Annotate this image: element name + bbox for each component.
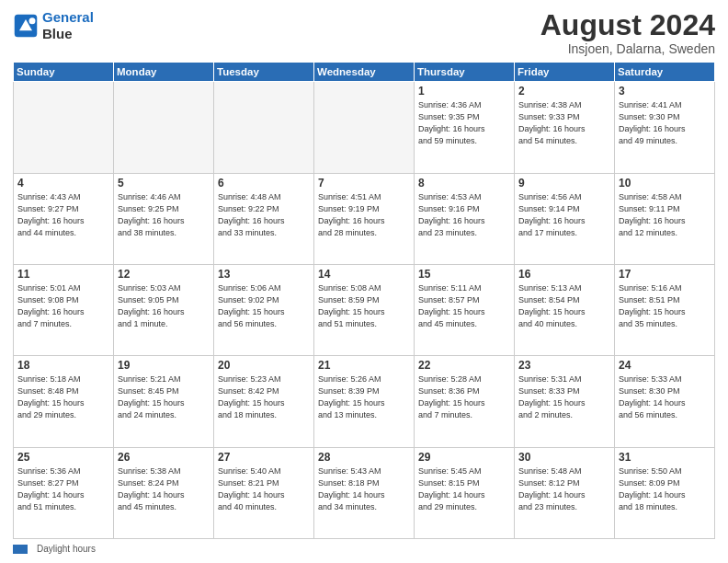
calendar-cell: 16Sunrise: 5:13 AM Sunset: 8:54 PM Dayli… bbox=[515, 264, 615, 355]
day-info: Sunrise: 5:06 AM Sunset: 9:02 PM Dayligh… bbox=[218, 282, 310, 330]
day-number: 19 bbox=[118, 359, 210, 372]
calendar-cell: 20Sunrise: 5:23 AM Sunset: 8:42 PM Dayli… bbox=[214, 356, 314, 447]
calendar-cell: 29Sunrise: 5:45 AM Sunset: 8:15 PM Dayli… bbox=[415, 447, 515, 538]
legend-label: Daylight hours bbox=[37, 544, 96, 554]
day-number: 14 bbox=[318, 268, 410, 281]
day-info: Sunrise: 4:41 AM Sunset: 9:30 PM Dayligh… bbox=[619, 99, 711, 147]
calendar-day-header: Tuesday bbox=[214, 63, 314, 82]
day-info: Sunrise: 4:51 AM Sunset: 9:19 PM Dayligh… bbox=[318, 191, 410, 239]
day-info: Sunrise: 4:53 AM Sunset: 9:16 PM Dayligh… bbox=[418, 191, 510, 239]
day-info: Sunrise: 5:16 AM Sunset: 8:51 PM Dayligh… bbox=[619, 282, 711, 330]
calendar-cell: 17Sunrise: 5:16 AM Sunset: 8:51 PM Dayli… bbox=[615, 264, 715, 355]
calendar-week-row: 11Sunrise: 5:01 AM Sunset: 9:08 PM Dayli… bbox=[14, 264, 715, 355]
calendar-cell: 24Sunrise: 5:33 AM Sunset: 8:30 PM Dayli… bbox=[615, 356, 715, 447]
calendar-cell: 4Sunrise: 4:43 AM Sunset: 9:27 PM Daylig… bbox=[14, 173, 114, 264]
calendar-cell: 14Sunrise: 5:08 AM Sunset: 8:59 PM Dayli… bbox=[314, 264, 415, 355]
calendar-cell: 26Sunrise: 5:38 AM Sunset: 8:24 PM Dayli… bbox=[114, 447, 214, 538]
day-number: 12 bbox=[118, 268, 210, 281]
day-info: Sunrise: 5:03 AM Sunset: 9:05 PM Dayligh… bbox=[118, 282, 210, 330]
day-number: 18 bbox=[17, 359, 109, 372]
day-number: 15 bbox=[418, 268, 510, 281]
calendar-cell: 22Sunrise: 5:28 AM Sunset: 8:36 PM Dayli… bbox=[415, 356, 515, 447]
calendar-cell: 2Sunrise: 4:38 AM Sunset: 9:33 PM Daylig… bbox=[515, 82, 615, 173]
calendar-day-header: Saturday bbox=[615, 63, 715, 82]
day-number: 7 bbox=[318, 177, 410, 190]
day-info: Sunrise: 4:43 AM Sunset: 9:27 PM Dayligh… bbox=[17, 191, 109, 239]
calendar-day-header: Friday bbox=[515, 63, 615, 82]
day-info: Sunrise: 5:26 AM Sunset: 8:39 PM Dayligh… bbox=[318, 373, 410, 421]
day-number: 9 bbox=[518, 177, 610, 190]
calendar-cell: 25Sunrise: 5:36 AM Sunset: 8:27 PM Dayli… bbox=[14, 447, 114, 538]
day-info: Sunrise: 5:38 AM Sunset: 8:24 PM Dayligh… bbox=[118, 465, 210, 513]
calendar-cell: 8Sunrise: 4:53 AM Sunset: 9:16 PM Daylig… bbox=[415, 173, 515, 264]
day-info: Sunrise: 4:46 AM Sunset: 9:25 PM Dayligh… bbox=[118, 191, 210, 239]
calendar-cell: 12Sunrise: 5:03 AM Sunset: 9:05 PM Dayli… bbox=[114, 264, 214, 355]
day-number: 31 bbox=[619, 451, 711, 464]
calendar-week-row: 4Sunrise: 4:43 AM Sunset: 9:27 PM Daylig… bbox=[14, 173, 715, 264]
day-number: 20 bbox=[218, 359, 310, 372]
logo-text: General Blue bbox=[42, 9, 94, 42]
legend-box bbox=[13, 545, 28, 554]
day-number: 3 bbox=[619, 85, 711, 98]
calendar-cell: 19Sunrise: 5:21 AM Sunset: 8:45 PM Dayli… bbox=[114, 356, 214, 447]
calendar-cell: 9Sunrise: 4:56 AM Sunset: 9:14 PM Daylig… bbox=[515, 173, 615, 264]
page: General Blue August 2024 Insjoen, Dalarn… bbox=[0, 0, 728, 563]
day-info: Sunrise: 4:36 AM Sunset: 9:35 PM Dayligh… bbox=[418, 99, 510, 147]
day-number: 23 bbox=[518, 359, 610, 372]
calendar-week-row: 18Sunrise: 5:18 AM Sunset: 8:48 PM Dayli… bbox=[14, 356, 715, 447]
calendar-cell: 21Sunrise: 5:26 AM Sunset: 8:39 PM Dayli… bbox=[314, 356, 415, 447]
day-number: 26 bbox=[118, 451, 210, 464]
day-number: 5 bbox=[118, 177, 210, 190]
day-info: Sunrise: 5:11 AM Sunset: 8:57 PM Dayligh… bbox=[418, 282, 510, 330]
calendar-cell: 31Sunrise: 5:50 AM Sunset: 8:09 PM Dayli… bbox=[615, 447, 715, 538]
day-number: 29 bbox=[418, 451, 510, 464]
day-number: 1 bbox=[418, 85, 510, 98]
day-info: Sunrise: 5:40 AM Sunset: 8:21 PM Dayligh… bbox=[218, 465, 310, 513]
calendar-cell bbox=[314, 82, 415, 173]
header: General Blue August 2024 Insjoen, Dalarn… bbox=[13, 9, 715, 56]
day-info: Sunrise: 5:45 AM Sunset: 8:15 PM Dayligh… bbox=[418, 465, 510, 513]
calendar-cell: 23Sunrise: 5:31 AM Sunset: 8:33 PM Dayli… bbox=[515, 356, 615, 447]
day-info: Sunrise: 5:01 AM Sunset: 9:08 PM Dayligh… bbox=[17, 282, 109, 330]
calendar-day-header: Monday bbox=[114, 63, 214, 82]
calendar-table: SundayMondayTuesdayWednesdayThursdayFrid… bbox=[13, 62, 715, 539]
calendar-week-row: 25Sunrise: 5:36 AM Sunset: 8:27 PM Dayli… bbox=[14, 447, 715, 538]
day-number: 2 bbox=[518, 85, 610, 98]
day-info: Sunrise: 5:21 AM Sunset: 8:45 PM Dayligh… bbox=[118, 373, 210, 421]
day-number: 8 bbox=[418, 177, 510, 190]
calendar-cell: 30Sunrise: 5:48 AM Sunset: 8:12 PM Dayli… bbox=[515, 447, 615, 538]
day-number: 6 bbox=[218, 177, 310, 190]
calendar-cell bbox=[114, 82, 214, 173]
calendar-cell: 28Sunrise: 5:43 AM Sunset: 8:18 PM Dayli… bbox=[314, 447, 415, 538]
day-info: Sunrise: 5:48 AM Sunset: 8:12 PM Dayligh… bbox=[518, 465, 610, 513]
day-info: Sunrise: 5:23 AM Sunset: 8:42 PM Dayligh… bbox=[218, 373, 310, 421]
day-info: Sunrise: 5:43 AM Sunset: 8:18 PM Dayligh… bbox=[318, 465, 410, 513]
calendar-cell bbox=[14, 82, 114, 173]
calendar-day-header: Thursday bbox=[415, 63, 515, 82]
calendar-cell: 13Sunrise: 5:06 AM Sunset: 9:02 PM Dayli… bbox=[214, 264, 314, 355]
calendar-cell: 15Sunrise: 5:11 AM Sunset: 8:57 PM Dayli… bbox=[415, 264, 515, 355]
day-info: Sunrise: 4:56 AM Sunset: 9:14 PM Dayligh… bbox=[518, 191, 610, 239]
calendar-header-row: SundayMondayTuesdayWednesdayThursdayFrid… bbox=[14, 63, 715, 82]
day-info: Sunrise: 5:13 AM Sunset: 8:54 PM Dayligh… bbox=[518, 282, 610, 330]
calendar-week-row: 1Sunrise: 4:36 AM Sunset: 9:35 PM Daylig… bbox=[14, 82, 715, 173]
day-number: 17 bbox=[619, 268, 711, 281]
title-block: August 2024 Insjoen, Dalarna, Sweden bbox=[540, 9, 715, 56]
day-number: 24 bbox=[619, 359, 711, 372]
footer: Daylight hours bbox=[13, 544, 715, 554]
calendar-day-header: Sunday bbox=[14, 63, 114, 82]
day-number: 28 bbox=[318, 451, 410, 464]
calendar-cell: 5Sunrise: 4:46 AM Sunset: 9:25 PM Daylig… bbox=[114, 173, 214, 264]
day-info: Sunrise: 5:28 AM Sunset: 8:36 PM Dayligh… bbox=[418, 373, 510, 421]
day-info: Sunrise: 5:31 AM Sunset: 8:33 PM Dayligh… bbox=[518, 373, 610, 421]
day-info: Sunrise: 5:08 AM Sunset: 8:59 PM Dayligh… bbox=[318, 282, 410, 330]
day-number: 4 bbox=[17, 177, 109, 190]
day-number: 11 bbox=[17, 268, 109, 281]
calendar-cell: 27Sunrise: 5:40 AM Sunset: 8:21 PM Dayli… bbox=[214, 447, 314, 538]
day-info: Sunrise: 5:18 AM Sunset: 8:48 PM Dayligh… bbox=[17, 373, 109, 421]
day-number: 16 bbox=[518, 268, 610, 281]
calendar-cell: 6Sunrise: 4:48 AM Sunset: 9:22 PM Daylig… bbox=[214, 173, 314, 264]
day-info: Sunrise: 4:58 AM Sunset: 9:11 PM Dayligh… bbox=[619, 191, 711, 239]
day-info: Sunrise: 5:33 AM Sunset: 8:30 PM Dayligh… bbox=[619, 373, 711, 421]
subtitle: Insjoen, Dalarna, Sweden bbox=[540, 41, 715, 56]
